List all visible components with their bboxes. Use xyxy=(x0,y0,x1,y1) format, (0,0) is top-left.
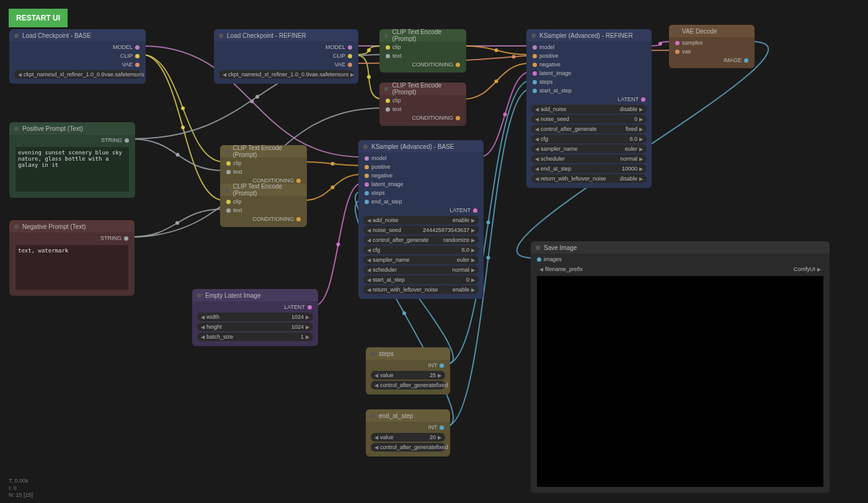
node-clip_ref_pos[interactable]: CLIP Text Encode (Prompt)cliptextCONDITI… xyxy=(379,29,466,73)
port-model[interactable]: model xyxy=(361,154,481,162)
widget-control_after_generate[interactable]: ◀control_after_generatefixed▶ xyxy=(531,125,647,133)
node-clip_ref_neg[interactable]: CLIP Text Encode (Prompt)cliptextCONDITI… xyxy=(379,82,466,126)
text-content[interactable]: evening sunset scenery blue sky nature, … xyxy=(16,147,129,192)
widget-scheduler[interactable]: ◀schedulernormal▶ xyxy=(363,265,479,274)
port-vae[interactable]: vae xyxy=(671,47,752,56)
port-CONDITIONING[interactable]: CONDITIONING xyxy=(382,60,464,69)
port-model[interactable]: model xyxy=(529,43,649,51)
widget-noise_seed[interactable]: ◀noise_seed244425873543637▶ xyxy=(363,226,479,234)
port-latent_image[interactable]: latent_image xyxy=(361,180,481,189)
port-steps[interactable]: steps xyxy=(361,189,481,197)
port-STRING[interactable]: STRING xyxy=(12,136,133,145)
node-save_img[interactable]: Save Imageimages◀filename_prefixComfyUI▶ xyxy=(531,241,830,493)
port-text[interactable]: text xyxy=(382,105,464,114)
port-positive[interactable]: positive xyxy=(361,162,481,171)
node-title[interactable]: end_at_step xyxy=(366,409,450,422)
widget-height[interactable]: ◀height1024▶ xyxy=(197,323,313,331)
widget-end_at_step[interactable]: ◀end_at_step10000▶ xyxy=(531,164,647,173)
node-steps[interactable]: stepsINT◀value25▶◀control_after_generate… xyxy=(366,347,450,394)
widget-control_after_generate[interactable]: ◀control_after_generatefixed▶ xyxy=(371,443,445,452)
node-title[interactable]: steps xyxy=(366,347,450,360)
widget-value[interactable]: ◀value20▶ xyxy=(371,433,445,442)
node-title[interactable]: Load Checkpoint - REFINER xyxy=(214,29,358,42)
port-clip[interactable]: clip xyxy=(382,96,464,105)
node-empty_latent[interactable]: Empty Latent ImageLATENT◀width1024▶◀heig… xyxy=(192,289,318,346)
port-clip[interactable]: clip xyxy=(223,159,304,167)
node-title[interactable]: Positive Prompt (Text) xyxy=(9,122,135,135)
widget-add_noise[interactable]: ◀add_noisedisable▶ xyxy=(531,105,647,114)
port-positive[interactable]: positive xyxy=(529,51,649,60)
port-VAE[interactable]: VAE xyxy=(12,60,143,69)
port-text[interactable]: text xyxy=(223,167,304,176)
node-neg_prompt[interactable]: Negative Prompt (Text)STRINGtext, waterm… xyxy=(9,220,135,296)
port-images[interactable]: images xyxy=(533,255,827,264)
widget-ckpt_name[interactable]: ◀ckpt_namesd_xl_refiner_1.0_0.9vae.safet… xyxy=(219,70,353,79)
port-MODEL[interactable]: MODEL xyxy=(12,43,143,51)
port-LATENT[interactable]: LATENT xyxy=(361,206,481,215)
widget-batch_size[interactable]: ◀batch_size1▶ xyxy=(197,332,313,341)
widget-ckpt_name[interactable]: ◀ckpt_namesd_xl_refiner_1.0_0.9vae.safet… xyxy=(14,70,141,79)
port-end_at_step[interactable]: end_at_step xyxy=(361,197,481,206)
node-title[interactable]: Save Image xyxy=(531,241,830,254)
node-ksamp_base[interactable]: KSampler (Advanced) - BASEmodelpositiven… xyxy=(358,140,484,299)
node-title[interactable]: CLIP Text Encode (Prompt) xyxy=(220,145,307,158)
port-negative[interactable]: negative xyxy=(361,171,481,180)
port-start_at_step[interactable]: start_at_step xyxy=(529,86,649,95)
port-CONDITIONING[interactable]: CONDITIONING xyxy=(382,114,464,122)
widget-width[interactable]: ◀width1024▶ xyxy=(197,313,313,321)
port-CLIP[interactable]: CLIP xyxy=(12,51,143,60)
port-CONDITIONING[interactable]: CONDITIONING xyxy=(223,215,304,223)
node-title[interactable]: CLIP Text Encode (Prompt) xyxy=(379,29,466,42)
port-CLIP[interactable]: CLIP xyxy=(216,51,356,60)
text-content[interactable]: text, watermark xyxy=(16,245,128,290)
node-clip_base_neg[interactable]: CLIP Text Encode (Prompt)cliptextCONDITI… xyxy=(220,184,307,227)
port-text[interactable]: text xyxy=(223,206,304,215)
widget-sampler_name[interactable]: ◀sampler_nameeuler▶ xyxy=(363,256,479,264)
node-title[interactable]: KSampler (Advanced) - REFINER xyxy=(526,29,652,42)
port-LATENT[interactable]: LATENT xyxy=(195,303,316,311)
node-title[interactable]: Empty Latent Image xyxy=(192,289,318,301)
widget-start_at_step[interactable]: ◀start_at_step0▶ xyxy=(363,275,479,284)
node-title[interactable]: Negative Prompt (Text) xyxy=(9,220,135,233)
node-end_at[interactable]: end_at_stepINT◀value20▶◀control_after_ge… xyxy=(366,409,450,456)
port-negative[interactable]: negative xyxy=(529,60,649,69)
node-title[interactable]: CLIP Text Encode (Prompt) xyxy=(379,82,466,95)
node-clip_base_pos[interactable]: CLIP Text Encode (Prompt)cliptextCONDITI… xyxy=(220,145,307,189)
port-clip[interactable]: clip xyxy=(382,43,464,51)
widget-return_with_leftover_noise[interactable]: ◀return_with_leftover_noisedisable▶ xyxy=(531,174,647,183)
widget-control_after_generate[interactable]: ◀control_after_generaterandomize▶ xyxy=(363,236,479,244)
node-title[interactable]: CLIP Text Encode (Prompt) xyxy=(220,184,307,196)
port-VAE[interactable]: VAE xyxy=(216,60,356,69)
port-MODEL[interactable]: MODEL xyxy=(216,43,356,51)
node-title[interactable]: VAE Decode xyxy=(669,25,755,37)
port-INT[interactable]: INT xyxy=(368,423,448,432)
widget-sampler_name[interactable]: ◀sampler_nameeuler▶ xyxy=(531,145,647,153)
port-INT[interactable]: INT xyxy=(368,361,448,370)
port-steps[interactable]: steps xyxy=(529,78,649,86)
node-ckpt_ref[interactable]: Load Checkpoint - REFINERMODELCLIPVAE◀ck… xyxy=(214,29,358,84)
port-IMAGE[interactable]: IMAGE xyxy=(671,56,752,65)
port-clip[interactable]: clip xyxy=(223,197,304,206)
port-samples[interactable]: samples xyxy=(671,38,752,47)
widget-cfg[interactable]: ◀cfg8.0▶ xyxy=(363,246,479,254)
node-title[interactable]: KSampler (Advanced) - BASE xyxy=(358,140,484,153)
widget-return_with_leftover_noise[interactable]: ◀return_with_leftover_noiseenable▶ xyxy=(363,285,479,294)
widget-scheduler[interactable]: ◀schedulernormal▶ xyxy=(531,154,647,163)
port-latent_image[interactable]: latent_image xyxy=(529,69,649,78)
port-STRING[interactable]: STRING xyxy=(12,234,132,243)
node-ksamp_ref[interactable]: KSampler (Advanced) - REFINERmodelpositi… xyxy=(526,29,652,188)
port-LATENT[interactable]: LATENT xyxy=(529,95,649,104)
port-text[interactable]: text xyxy=(382,51,464,60)
node-ckpt_base[interactable]: Load Checkpoint - BASEMODELCLIPVAE◀ckpt_… xyxy=(9,29,146,84)
widget-control_after_generate[interactable]: ◀control_after_generatefixed▶ xyxy=(371,381,445,389)
widget-add_noise[interactable]: ◀add_noiseenable▶ xyxy=(363,216,479,225)
restart-ui-button[interactable]: RESTART UI xyxy=(9,9,68,27)
widget-cfg[interactable]: ◀cfg8.0▶ xyxy=(531,135,647,143)
widget-filename_prefix[interactable]: ◀filename_prefixComfyUI▶ xyxy=(536,265,825,274)
node-vae_decode[interactable]: VAE DecodesamplesvaeIMAGE xyxy=(669,25,755,68)
node-graph-canvas[interactable]: Load Checkpoint - BASEMODELCLIPVAE◀ckpt_… xyxy=(0,0,868,503)
widget-noise_seed[interactable]: ◀noise_seed0▶ xyxy=(531,115,647,123)
node-title[interactable]: Load Checkpoint - BASE xyxy=(9,29,146,42)
node-pos_prompt[interactable]: Positive Prompt (Text)STRINGevening suns… xyxy=(9,122,135,198)
widget-value[interactable]: ◀value25▶ xyxy=(371,371,445,380)
